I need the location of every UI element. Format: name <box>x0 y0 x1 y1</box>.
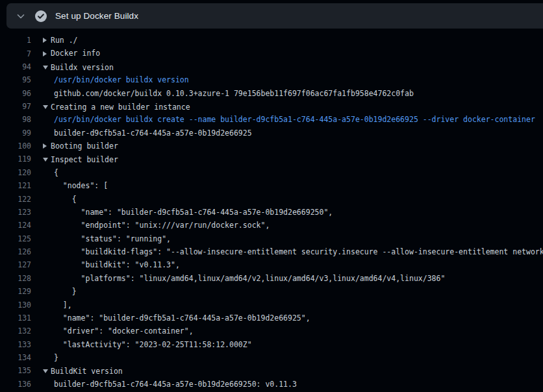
log-text: "platforms": "linux/amd64,linux/amd64/v2… <box>54 272 445 285</box>
group-toggle[interactable]: Creating a new builder instance <box>43 101 543 114</box>
line-number[interactable]: 100 <box>0 140 31 153</box>
line-number[interactable]: 125 <box>0 232 31 245</box>
line-number[interactable]: 96 <box>0 87 31 100</box>
log-group-row: 119Inspect builder <box>0 153 543 165</box>
group-toggle[interactable]: Inspect builder <box>43 153 543 166</box>
log-group-row: 94Buildx version <box>0 60 543 73</box>
log-group-row: 135BuildKit version <box>0 364 543 377</box>
log-text: "buildkitd-flags": "--allow-insecure-ent… <box>54 245 543 258</box>
check-circle-icon <box>35 10 47 22</box>
line-number[interactable]: 124 <box>0 219 31 232</box>
line-number[interactable]: 121 <box>0 179 31 192</box>
group-toggle[interactable]: Buildx version <box>43 61 543 74</box>
line-number[interactable]: 97 <box>0 100 31 113</box>
line-number[interactable]: 98 <box>0 113 31 126</box>
line-number[interactable]: 95 <box>0 73 31 86</box>
log-row: 132 "driver": "docker-container", <box>0 325 543 337</box>
log-text: Inspect builder <box>51 153 118 166</box>
chevron-down-triangle-icon <box>43 158 51 162</box>
log-text: Buildx version <box>51 61 114 74</box>
log-output-text: } <box>43 285 543 298</box>
log-text: "status": "running", <box>54 232 171 245</box>
log-row: 136builder-d9cfb5a1-c764-445a-a57e-0b19d… <box>0 378 543 391</box>
line-number[interactable]: 1 <box>0 34 31 47</box>
log-output-text: { <box>43 193 543 206</box>
chevron-down-icon[interactable] <box>16 11 26 21</box>
log-text: Docker info <box>51 47 100 60</box>
log-output-text: "nodes": [ <box>43 179 543 192</box>
log-row: 133 "lastActivity": "2023-02-25T11:58:12… <box>0 338 543 351</box>
log-text: Booting builder <box>51 140 118 153</box>
line-number[interactable]: 132 <box>0 325 31 337</box>
log-text: github.com/docker/buildx 0.10.3+azure-1 … <box>54 87 414 100</box>
line-number[interactable]: 7 <box>0 47 31 60</box>
step-title: Set up Docker Buildx <box>55 11 138 21</box>
log-row: 125 "status": "running", <box>0 232 543 245</box>
log-output-text: "name": "builder-d9cfb5a1-c764-445a-a57e… <box>43 206 543 219</box>
log-output-text: } <box>43 351 543 364</box>
log-row: 95/usr/bin/docker buildx version <box>0 73 543 86</box>
line-number[interactable]: 131 <box>0 312 31 325</box>
log-text: { <box>54 193 77 206</box>
chevron-down-triangle-icon <box>43 105 51 109</box>
step-header[interactable]: Set up Docker Buildx <box>6 3 543 29</box>
chevron-right-triangle-icon <box>43 143 51 149</box>
line-number[interactable]: 119 <box>0 153 31 165</box>
line-number[interactable]: 123 <box>0 206 31 219</box>
log-text: BuildKit version <box>51 365 123 378</box>
log-output-text: "status": "running", <box>43 232 543 245</box>
log-output-text: "name": "builder-d9cfb5a1-c764-445a-a57e… <box>43 312 543 325</box>
group-toggle[interactable]: BuildKit version <box>43 365 543 378</box>
line-number[interactable]: 127 <box>0 258 31 271</box>
log-text: { <box>54 166 58 179</box>
line-number[interactable]: 122 <box>0 193 31 206</box>
line-number[interactable]: 134 <box>0 351 31 364</box>
log-output-text: "buildkit": "v0.11.3", <box>43 258 543 271</box>
log-text: "nodes": [ <box>54 179 108 192</box>
line-number[interactable]: 136 <box>0 378 31 391</box>
log-text: builder-d9cfb5a1-c764-445a-a57e-0b19d2e6… <box>54 378 297 391</box>
group-toggle[interactable]: Run ./ <box>43 34 543 47</box>
log-text: "buildkit": "v0.11.3", <box>54 258 180 271</box>
line-number[interactable]: 120 <box>0 166 31 179</box>
group-toggle[interactable]: Docker info <box>43 47 543 60</box>
log-row: 99builder-d9cfb5a1-c764-445a-a57e-0b19d2… <box>0 127 543 140</box>
chevron-right-triangle-icon <box>43 51 51 56</box>
log-row: 131 "name": "builder-d9cfb5a1-c764-445a-… <box>0 312 543 325</box>
log-text: "driver": "docker-container", <box>54 325 194 337</box>
chevron-down-triangle-icon <box>43 369 51 373</box>
chevron-down-triangle-icon <box>43 66 51 69</box>
log-text: } <box>54 351 58 364</box>
log-row: 129 } <box>0 285 543 298</box>
log-group-row: 1Run ./ <box>0 34 543 47</box>
log-row: 126 "buildkitd-flags": "--allow-insecure… <box>0 245 543 258</box>
log-row: 123 "name": "builder-d9cfb5a1-c764-445a-… <box>0 206 543 219</box>
line-number[interactable]: 99 <box>0 127 31 140</box>
log-row: 128 "platforms": "linux/amd64,linux/amd6… <box>0 272 543 285</box>
line-number[interactable]: 128 <box>0 272 31 285</box>
log-output-text: { <box>43 166 543 179</box>
log-row: 124 "endpoint": "unix:///var/run/docker.… <box>0 219 543 232</box>
line-number[interactable]: 126 <box>0 245 31 258</box>
log-output-text: ], <box>43 299 543 312</box>
line-number[interactable]: 133 <box>0 338 31 351</box>
log-row: 120{ <box>0 166 543 179</box>
line-number[interactable]: 135 <box>0 364 31 377</box>
log-text: builder-d9cfb5a1-c764-445a-a57e-0b19d2e6… <box>54 127 252 140</box>
log-command-text: /usr/bin/docker buildx create --name bui… <box>43 113 543 126</box>
log-text: ], <box>54 299 72 312</box>
log-text: } <box>54 285 77 298</box>
log-row: 121 "nodes": [ <box>0 179 543 192</box>
group-toggle[interactable]: Booting builder <box>43 140 543 153</box>
log-command-text: /usr/bin/docker buildx version <box>43 73 543 86</box>
log-text: "endpoint": "unix:///var/run/docker.sock… <box>54 219 270 232</box>
log-text: Run ./ <box>51 34 78 47</box>
line-number[interactable]: 94 <box>0 60 31 73</box>
log-row: 96github.com/docker/buildx 0.10.3+azure-… <box>0 87 543 100</box>
log-group-row: 100Booting builder <box>0 140 543 153</box>
log-text: "lastActivity": "2023-02-25T11:58:12.000… <box>54 338 252 351</box>
log-viewer: 1Run ./7Docker info94Buildx version95/us… <box>0 34 543 391</box>
line-number[interactable]: 130 <box>0 299 31 312</box>
log-group-row: 97Creating a new builder instance <box>0 100 543 113</box>
line-number[interactable]: 129 <box>0 285 31 298</box>
